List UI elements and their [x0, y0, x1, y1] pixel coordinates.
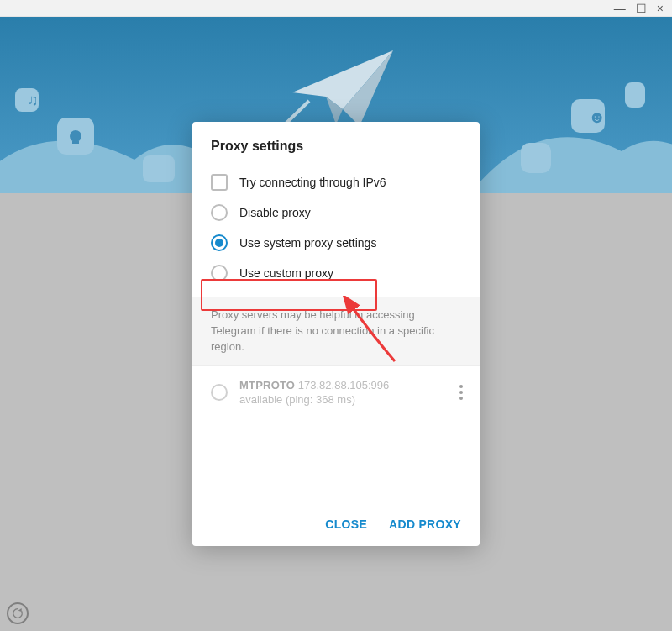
- checkbox-icon: [211, 174, 228, 191]
- close-button[interactable]: CLOSE: [325, 518, 367, 531]
- radio-selected-icon: [211, 234, 228, 251]
- dialog-actions: CLOSE ADD PROXY: [192, 506, 480, 546]
- saved-proxy-item[interactable]: MTPROTO 173.82.88.105:996 available (pin…: [192, 366, 480, 419]
- add-proxy-button[interactable]: ADD PROXY: [389, 518, 461, 531]
- proxy-options-group: Try connecting through IPv6 Disable prox…: [192, 167, 480, 297]
- radio-icon: [211, 265, 228, 281]
- refresh-icon: [11, 607, 24, 620]
- option-label: Use system proxy settings: [239, 236, 376, 250]
- proxy-address: 173.82.88.105:996: [298, 379, 389, 392]
- option-label: Disable proxy: [239, 206, 311, 219]
- maximize-button[interactable]: ☐: [636, 2, 647, 15]
- proxy-more-menu[interactable]: [451, 380, 471, 405]
- minimize-button[interactable]: —: [614, 2, 626, 15]
- option-system-proxy[interactable]: Use system proxy settings: [211, 228, 461, 258]
- svg-text:♫: ♫: [27, 92, 39, 108]
- option-label: Use custom proxy: [239, 266, 333, 280]
- option-disable-proxy[interactable]: Disable proxy: [211, 197, 461, 228]
- proxy-meta: MTPROTO 173.82.88.105:996 available (pin…: [239, 378, 439, 408]
- svg-text:☻: ☻: [588, 108, 606, 126]
- proxy-settings-dialog: Proxy settings Try connecting through IP…: [192, 122, 480, 546]
- radio-icon: [211, 204, 228, 221]
- radio-icon: [211, 384, 228, 401]
- svg-rect-10: [72, 141, 79, 144]
- window-titlebar: — ☐ ×: [0, 0, 672, 17]
- svg-rect-6: [521, 143, 551, 173]
- svg-rect-5: [143, 155, 175, 182]
- svg-marker-13: [18, 608, 22, 612]
- proxy-info-text: Proxy servers may be helpful in accessin…: [192, 297, 480, 366]
- proxy-protocol: MTPROTO: [239, 379, 295, 392]
- svg-point-9: [70, 130, 81, 142]
- dialog-title: Proxy settings: [192, 122, 480, 167]
- option-custom-proxy[interactable]: Use custom proxy: [211, 258, 461, 288]
- svg-rect-8: [625, 82, 645, 108]
- close-window-button[interactable]: ×: [657, 2, 664, 15]
- refresh-button[interactable]: [7, 602, 29, 624]
- option-label: Try connecting through IPv6: [239, 176, 386, 189]
- option-ipv6[interactable]: Try connecting through IPv6: [211, 167, 461, 197]
- proxy-status: available (ping: 368 ms): [239, 392, 439, 408]
